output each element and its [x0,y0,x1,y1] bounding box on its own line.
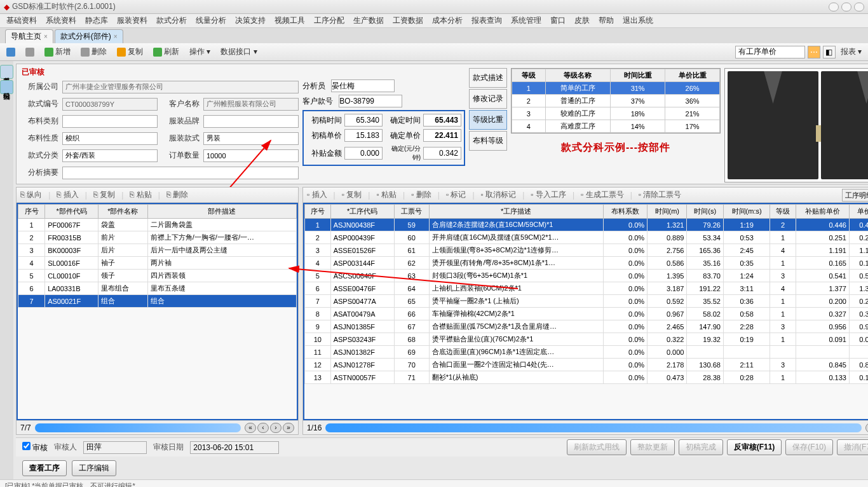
mini-btn[interactable]: ▫ 清除工票号 [639,189,682,200]
mini-btn[interactable]: ⎘ 删除 [166,189,188,200]
refresh-button[interactable]: 刷新 [151,45,182,58]
close-button[interactable] [854,3,864,11]
op-row[interactable]: 5ASCS00640F63封领口3段(弯6+35+6CM)1条*10.0%1.3… [305,270,869,282]
copy-button[interactable]: 复制 [114,45,146,58]
doc-tab[interactable]: 导航主页× [5,29,53,43]
detail-tab[interactable]: 等级比重 [469,110,507,130]
data-interface-menu[interactable]: 数据接口 ▾ [218,45,259,58]
mini-btn[interactable]: ▫ 标记 [446,189,466,200]
menu-item[interactable]: 退出系统 [623,15,653,26]
maximize-button[interactable] [841,3,851,11]
custno-field[interactable] [339,95,402,107]
summary-field[interactable] [62,167,299,179]
undo-btn[interactable]: 撤消(F7) [837,439,868,455]
op-row[interactable]: 2ASP000439F60开并肩缝(直16CM)及摆缝(直59CM)2*1…0.… [305,231,869,244]
menu-item[interactable]: 视频工具 [275,15,305,26]
nav-fwd-button[interactable] [23,46,37,58]
menu-item[interactable]: 工序分配 [314,15,344,26]
mini-btn[interactable]: ⎘ 纵向 [20,189,42,200]
minimize-button[interactable] [829,3,839,11]
mini-btn[interactable]: ⎘ 粘贴 [130,189,151,200]
grade-row[interactable]: 3较难的工序18%21% [512,107,720,120]
brand-field[interactable] [203,115,299,128]
search-input[interactable] [735,46,805,58]
op-row[interactable]: 12ASJN01278F70合袖口面里一圈2个连固定袖口4处(先…0.0%2.1… [305,359,869,371]
sidetab-view[interactable]: 查看分科 [0,65,13,79]
op-row[interactable]: 13ASTN00057F71翻衫*1(从袖底)0.0%0.47328.380:2… [305,371,869,384]
part-row[interactable]: 1PF00067F袋盖二片圆角袋盖 [18,219,297,231]
detail-tab[interactable]: 布料等级 [469,131,507,151]
ops-menu[interactable]: 操作 ▾ [187,45,213,58]
part-row[interactable]: 5CL00010F领子四片西装领 [18,270,297,282]
fabriccat-field[interactable] [62,115,158,128]
menu-item[interactable]: 基础资料 [6,15,37,26]
op-row[interactable]: 9ASJN01385F67合襟贴面里(弧75CM)2条*1及合里肩缝…0.0%2… [305,320,869,333]
scrollbar[interactable] [325,423,862,432]
menu-item[interactable]: 帮助 [599,15,614,26]
mini-btn[interactable]: ▫ 删除 [411,189,431,200]
mini-btn[interactable]: ⎘ 插入 [57,189,78,200]
ops-table[interactable]: 序号*工序代码工票号*工序描述布料系数时间(m)时间(s)时间(m:s)等级补贴… [303,203,868,420]
part-row[interactable]: 7AS00021F组合组合 [18,295,297,308]
menu-item[interactable]: 决策支持 [235,15,266,26]
op-row[interactable]: 1ASJN00438F59合肩缝2条连摆缝2条(直16CM/59CM)*10.0… [305,219,869,231]
page-last[interactable]: » [283,423,294,433]
part-row[interactable]: 3BK00003F后片后片一后中缝及两公主缝 [18,244,297,257]
doc-tab[interactable]: 款式分科(部件)× [55,29,123,43]
close-icon[interactable]: × [114,33,118,40]
sidetab-edit[interactable]: 分科编辑 [0,80,13,94]
op-row[interactable]: 8ASAT00479A66车袖窿弹袖棉(42CM)2条*10.0%0.96758… [305,308,869,320]
view-process-btn[interactable]: 查看工序 [22,460,67,476]
filter-button[interactable]: ◧ [823,46,836,58]
grade-row[interactable]: 4高难度工序14%17% [512,120,720,133]
save-btn[interactable]: 保存(F10) [785,439,833,455]
op-row[interactable]: 11ASJN01382F69合底边面里(直)(96CM)1条*1连固定底…0.0… [305,346,869,359]
menu-item[interactable]: 报表查询 [471,15,502,26]
menu-item[interactable]: 线量分析 [196,15,226,26]
op-row[interactable]: 7ASPS00477A65烫平袖窿一圈2条*1 (上袖后)0.0%0.59235… [305,295,869,308]
mini-btn[interactable]: ▫ 复制 [342,189,362,200]
delete-button[interactable]: 删除 [78,45,109,58]
edit-process-btn[interactable]: 工序编辑 [72,460,116,476]
menu-item[interactable]: 工资数据 [393,15,423,26]
mini-btn[interactable]: ⎘ 复制 [93,189,115,200]
menu-item[interactable]: 系统资料 [46,15,76,26]
orderqty-field[interactable] [203,149,299,162]
draft-done-btn[interactable]: 初稿完成 [679,439,723,455]
page-first[interactable]: « [245,423,256,433]
styletype-field[interactable] [203,132,299,145]
grade-row[interactable]: 1简单的工序31%26% [512,82,720,95]
nav-back-button[interactable] [4,46,18,58]
fabricprop-field[interactable] [62,132,158,145]
menu-item[interactable]: 生产数据 [353,15,384,26]
detail-tab[interactable]: 修改记录 [469,89,507,109]
part-row[interactable]: 6LA00331B里布组合里布五条缝 [18,282,297,295]
styleclass-field[interactable] [62,149,158,162]
analyst-field[interactable] [331,79,395,92]
search-button[interactable]: ⋯ [808,46,820,58]
page-next[interactable]: › [270,423,281,433]
close-icon[interactable]: × [44,33,48,40]
op-row[interactable]: 10ASPS03243F68烫平襟贴合里位(直)(76CM)2条*10.0%0.… [305,333,869,346]
ops-view-select[interactable]: 工序明细 [842,189,868,202]
op-row[interactable]: 4ASP003144F62烫开领里(有转角/弯/8+35+8CM)1条*1…0.… [305,257,869,270]
menu-item[interactable]: 静态库 [85,15,108,26]
unapprove-btn[interactable]: 反审核(F11) [727,439,782,455]
op-row[interactable]: 3ASSE01526F61上领面领里(弯8+35+8CM)2边*1连修剪…0.0… [305,244,869,257]
scrollbar[interactable] [35,423,241,432]
mini-btn[interactable]: ▫ 导入工序 [531,189,566,200]
refresh-style-btn[interactable]: 刷新款式用线 [567,439,627,455]
mini-btn[interactable]: ▫ 插入 [307,189,327,200]
new-button[interactable]: 新增 [42,45,73,58]
report-menu[interactable]: 报表 ▾ [838,45,864,58]
part-row[interactable]: 4SL00016F袖子两片袖 [18,257,297,270]
bulk-update-btn[interactable]: 整款更新 [630,439,675,455]
part-row[interactable]: 2FR00315B前片前襟上下方角/一胸省/一腰省/一… [18,231,297,244]
mini-btn[interactable]: ▫ 取消标记 [481,189,517,200]
menu-item[interactable]: 皮肤 [574,15,590,26]
menu-item[interactable]: 服装资料 [117,15,147,26]
menu-item[interactable]: 成本分析 [432,15,463,26]
detail-tab[interactable]: 款式描述 [469,68,507,88]
page-prev[interactable]: ‹ [257,423,269,433]
mini-btn[interactable]: ▫ 生成工票号 [581,189,624,200]
